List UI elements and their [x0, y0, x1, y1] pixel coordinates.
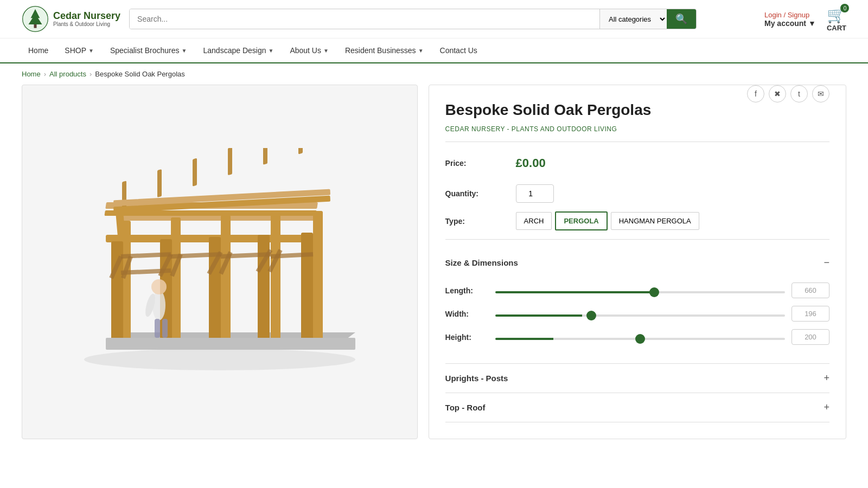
share-facebook-button[interactable]: f: [747, 85, 764, 102]
product-image: [62, 148, 377, 376]
svg-rect-28: [301, 233, 313, 344]
height-label: Height:: [445, 333, 489, 342]
svg-rect-47: [162, 319, 168, 338]
type-arch-button[interactable]: ARCH: [516, 212, 552, 230]
nav-item-shop[interactable]: SHOP ▼: [58, 38, 100, 62]
chevron-down-icon: ▼: [808, 19, 816, 28]
nav-item-landscape-design[interactable]: Landscape Design ▼: [196, 38, 280, 62]
svg-line-40: [221, 254, 271, 256]
type-pergola-button[interactable]: PERGOLA: [555, 211, 607, 230]
accordion-minus-icon: −: [824, 257, 829, 268]
logo[interactable]: Cedar Nursery Plants & Outdoor Living: [22, 5, 120, 33]
breadcrumb-separator: ›: [44, 70, 46, 78]
width-row: Width:: [445, 306, 829, 322]
search-input[interactable]: [130, 9, 599, 29]
width-slider[interactable]: [495, 314, 785, 317]
price-row: Price: £0.00: [445, 151, 829, 176]
chevron-down-icon: ▼: [268, 48, 273, 54]
height-row: Height:: [445, 329, 829, 345]
svg-line-41: [271, 254, 313, 256]
width-slider-container: [495, 310, 785, 318]
type-row: Type: ARCH PERGOLA HANGMAN PERGOLA: [445, 211, 829, 240]
breadcrumb-current: Bespoke Solid Oak Pergolas: [95, 70, 184, 78]
account-area: Login / Signup My account ▼: [764, 11, 816, 28]
main-content: Bespoke Solid Oak Pergolas f ✖ t ✉ CEDAR…: [0, 85, 868, 461]
share-twitter-button[interactable]: t: [790, 85, 808, 102]
cart-button[interactable]: 🛒 0 CART: [827, 6, 846, 32]
nav-item-about-us[interactable]: About Us ▼: [283, 38, 335, 62]
height-slider-container: [495, 333, 785, 342]
height-slider[interactable]: [495, 338, 785, 340]
breadcrumb-all-products[interactable]: All products: [49, 70, 86, 78]
quantity-row: Quantity:: [445, 184, 829, 203]
dimensions-content: Length: Width: Height:: [445, 277, 829, 363]
width-label: Width:: [445, 310, 489, 318]
product-details-panel: Bespoke Solid Oak Pergolas f ✖ t ✉ CEDAR…: [429, 85, 846, 439]
svg-line-39: [171, 254, 221, 256]
chevron-down-icon: ▼: [88, 48, 94, 54]
my-account-dropdown[interactable]: My account ▼: [764, 19, 816, 28]
svg-point-44: [151, 279, 167, 294]
cart-label: CART: [827, 24, 846, 32]
svg-rect-11: [157, 169, 162, 197]
height-input[interactable]: [792, 329, 829, 345]
nav-item-contact-us[interactable]: Contact Us: [433, 38, 484, 62]
top-roof-header[interactable]: Top - Roof +: [445, 393, 829, 422]
search-area: All categories 🔍: [129, 9, 697, 29]
svg-rect-21: [221, 215, 231, 340]
breadcrumb: Home › All products › Bespoke Solid Oak …: [0, 63, 868, 85]
nav-item-specialist-brochures[interactable]: Specialist Brochures ▼: [104, 38, 194, 62]
uprights-posts-header[interactable]: Uprights - Posts +: [445, 364, 829, 393]
svg-rect-46: [155, 319, 160, 338]
nav-bar: Home SHOP ▼ Specialist Brochures ▼ Lands…: [0, 38, 868, 63]
width-input[interactable]: [792, 306, 829, 322]
accordion-plus-icon: +: [824, 373, 829, 384]
svg-rect-22: [271, 213, 280, 340]
length-label: Length:: [445, 286, 489, 295]
chevron-down-icon: ▼: [418, 48, 424, 54]
nav-item-home[interactable]: Home: [22, 38, 55, 62]
header-right: Login / Signup My account ▼ 🛒 0 CART: [705, 6, 846, 32]
share-pinterest-button[interactable]: ✖: [769, 85, 786, 102]
price-label: Price:: [445, 159, 516, 168]
length-slider-container: [495, 286, 785, 295]
category-select[interactable]: All categories: [599, 9, 667, 29]
size-dimensions-header[interactable]: Size & Dimensions −: [445, 248, 829, 277]
svg-rect-15: [298, 148, 303, 154]
header: Cedar Nursery Plants & Outdoor Living Al…: [0, 0, 868, 38]
svg-rect-14: [263, 148, 267, 165]
cart-icon-wrap: 🛒 0: [827, 6, 846, 24]
login-link[interactable]: Login / Signup: [764, 11, 809, 19]
product-title: Bespoke Solid Oak Pergolas: [445, 101, 652, 119]
uprights-posts-section: Uprights - Posts +: [445, 364, 829, 393]
accordion-plus-icon: +: [824, 402, 829, 413]
quantity-label: Quantity:: [445, 189, 516, 198]
svg-line-37: [121, 254, 171, 256]
quantity-input[interactable]: [516, 184, 554, 203]
brand-label: CEDAR NURSERY - PLANTS AND OUTDOOR LIVIN…: [445, 125, 829, 133]
length-input[interactable]: [792, 282, 829, 298]
svg-rect-12: [193, 158, 197, 187]
breadcrumb-home[interactable]: Home: [22, 70, 41, 78]
chevron-down-icon: ▼: [323, 48, 329, 54]
chevron-down-icon: ▼: [182, 48, 187, 54]
cart-badge: 0: [840, 4, 849, 12]
type-hangman-button[interactable]: HANGMAN PERGOLA: [611, 212, 699, 230]
logo-text: Cedar Nursery Plants & Outdoor Living: [53, 11, 120, 28]
svg-rect-13: [228, 148, 232, 175]
type-options: ARCH PERGOLA HANGMAN PERGOLA: [516, 211, 699, 230]
share-email-button[interactable]: ✉: [812, 85, 829, 102]
nav-item-resident-businesses[interactable]: Resident Businesses ▼: [339, 38, 430, 62]
svg-rect-20: [171, 217, 181, 340]
svg-point-43: [152, 290, 165, 320]
search-icon: 🔍: [675, 14, 687, 24]
logo-icon: [22, 5, 49, 33]
svg-point-3: [84, 349, 355, 370]
product-image-panel: [22, 85, 418, 439]
search-button[interactable]: 🔍: [667, 9, 696, 29]
length-slider[interactable]: [495, 291, 785, 293]
top-roof-section: Top - Roof +: [445, 393, 829, 422]
length-row: Length:: [445, 282, 829, 298]
size-dimensions-section: Size & Dimensions − Length: Width:: [445, 248, 829, 364]
type-label: Type:: [445, 217, 516, 226]
